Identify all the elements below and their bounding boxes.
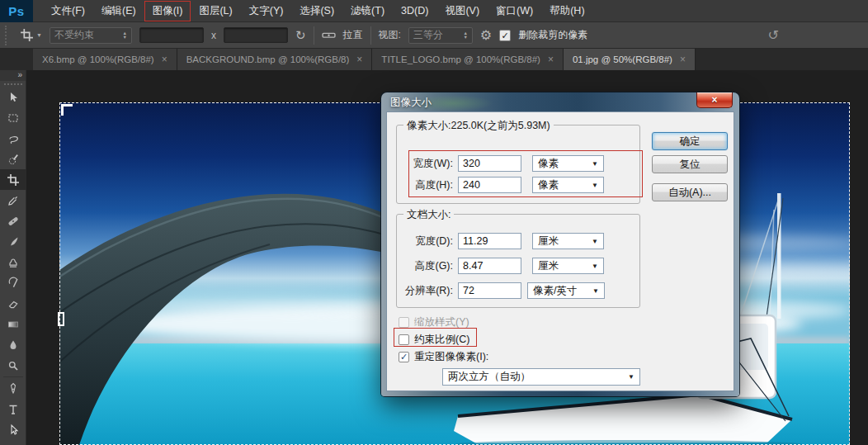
- menu-layer[interactable]: 图层(L): [191, 1, 240, 21]
- width-unit-select[interactable]: 像素▼: [532, 155, 604, 172]
- resample-method-select[interactable]: 两次立方（自动）▼: [442, 368, 640, 386]
- type-icon: [7, 403, 20, 416]
- eyedropper-tool[interactable]: [0, 190, 26, 211]
- tab-01-jpg[interactable]: 01.jpg @ 50%(RGB/8#) ×: [564, 49, 696, 70]
- menu-edit[interactable]: 编辑(E): [93, 1, 144, 21]
- resample-checkbox[interactable]: ✓: [399, 352, 409, 362]
- dialog-title: 图像大小: [390, 96, 432, 110]
- crop-dimension-separator: x: [211, 30, 216, 41]
- doc-width-input[interactable]: [458, 233, 521, 249]
- delete-cropped-pixels-checkbox[interactable]: ✓: [499, 30, 511, 41]
- options-bar: ▼ 不受约束 ▲▼ x ↻ 拉直 视图: 三等分 ▲▼ ⚙ ✓ 删除裁剪的像素 …: [0, 22, 868, 49]
- height-pixels-input[interactable]: [458, 177, 521, 193]
- crop-tool[interactable]: [0, 169, 26, 190]
- crop-corner-handle[interactable]: [61, 104, 73, 116]
- brush-icon: [7, 235, 20, 249]
- spot-healing-tool[interactable]: [0, 211, 26, 231]
- crop-tool-preset-button[interactable]: ▼: [20, 28, 42, 42]
- history-brush-icon: [7, 277, 20, 290]
- close-icon[interactable]: ×: [548, 54, 554, 65]
- gear-icon[interactable]: ⚙: [480, 29, 492, 42]
- tab-label: BACKGROUND.bmp @ 100%(RGB/8): [186, 54, 350, 64]
- eraser-tool[interactable]: [0, 293, 26, 314]
- crop-width-input[interactable]: [139, 27, 204, 43]
- scale-styles-checkbox[interactable]: [399, 317, 409, 328]
- history-brush-tool[interactable]: [0, 272, 26, 293]
- updown-caret-icon: ▲▼: [122, 31, 126, 40]
- close-icon[interactable]: ×: [680, 54, 686, 65]
- doc-height-row: 高度(G): 厘米▼: [400, 257, 648, 275]
- gradient-icon: [7, 318, 20, 331]
- water-drop-icon: [7, 338, 20, 352]
- pen-icon: [7, 382, 20, 395]
- panel-collapse-icon[interactable]: »: [0, 70, 26, 81]
- resolution-unit-select[interactable]: 像素/英寸▼: [527, 282, 605, 299]
- lasso-tool[interactable]: [0, 128, 26, 149]
- type-tool[interactable]: [0, 399, 26, 419]
- chevron-down-icon: ▼: [592, 182, 598, 189]
- divider: [3, 376, 23, 377]
- resolution-row: 分辨率(R): 像素/英寸▼: [395, 282, 651, 300]
- height-unit-select[interactable]: 像素▼: [532, 177, 604, 193]
- path-selection-tool[interactable]: [0, 419, 26, 440]
- resolution-input[interactable]: [458, 282, 521, 299]
- crop-ratio-select[interactable]: 不受约束 ▲▼: [50, 27, 132, 44]
- menu-file[interactable]: 文件(F): [43, 1, 93, 21]
- scale-styles-row: 缩放样式(Y): [399, 315, 469, 329]
- menu-3d[interactable]: 3D(D): [393, 2, 436, 20]
- close-icon[interactable]: ×: [162, 54, 167, 65]
- separator: [370, 26, 371, 45]
- doc-width-unit-select[interactable]: 厘米▼: [532, 233, 604, 249]
- menu-image[interactable]: 图像(I): [144, 1, 191, 21]
- delete-cropped-pixels-label: 删除裁剪的像素: [518, 28, 587, 42]
- straighten-button[interactable]: 拉直: [343, 28, 363, 42]
- reset-tool-icon[interactable]: ↺: [768, 27, 779, 43]
- doc-width-label: 宽度(D):: [400, 234, 453, 249]
- gradient-tool[interactable]: [0, 314, 26, 334]
- resample-row: ✓ 重定图像像素(I):: [399, 349, 488, 364]
- updown-caret-icon: ▲▼: [463, 31, 467, 40]
- overlay-view-select[interactable]: 三等分 ▲▼: [408, 27, 473, 44]
- ok-button[interactable]: 确定: [652, 132, 728, 150]
- menu-filter[interactable]: 滤镜(T): [342, 1, 393, 21]
- close-icon[interactable]: ×: [356, 54, 362, 65]
- width-pixels-input[interactable]: [458, 155, 521, 172]
- crop-height-input[interactable]: [224, 27, 288, 43]
- reset-button[interactable]: 复位: [652, 155, 728, 173]
- menu-bar: Ps 文件(F) 编辑(E) 图像(I) 图层(L) 文字(Y) 选择(S) 滤…: [0, 0, 868, 22]
- menu-view[interactable]: 视图(V): [436, 1, 488, 21]
- dodge-icon: [7, 359, 20, 372]
- menu-type[interactable]: 文字(Y): [241, 1, 292, 21]
- blur-tool[interactable]: [0, 334, 26, 355]
- auto-button[interactable]: 自动(A)...: [652, 183, 728, 201]
- clone-stamp-tool[interactable]: [0, 252, 26, 272]
- marquee-tool[interactable]: [0, 107, 26, 128]
- crop-icon: [7, 173, 20, 187]
- menu-select[interactable]: 选择(S): [291, 1, 342, 21]
- dialog-close-button[interactable]: ×: [696, 92, 733, 108]
- tab-x6[interactable]: X6.bmp @ 100%(RGB/8#) ×: [33, 49, 177, 70]
- quick-selection-tool[interactable]: [0, 149, 26, 169]
- chevron-down-icon: ▼: [592, 287, 599, 295]
- view-label: 视图:: [379, 28, 401, 42]
- dodge-tool[interactable]: [0, 355, 26, 376]
- constrain-proportions-checkbox[interactable]: [399, 334, 409, 345]
- doc-height-input[interactable]: [458, 258, 521, 274]
- menu-help[interactable]: 帮助(H): [541, 1, 592, 21]
- brush-tool[interactable]: [0, 231, 26, 252]
- pen-tool[interactable]: [0, 378, 26, 399]
- move-tool[interactable]: [0, 87, 26, 107]
- panel-grip: [4, 83, 22, 85]
- crop-left-handle[interactable]: [58, 312, 64, 326]
- menu-window[interactable]: 窗口(W): [488, 1, 541, 21]
- tab-background[interactable]: BACKGROUND.bmp @ 100%(RGB/8) ×: [177, 49, 373, 70]
- tab-title-logo[interactable]: TITLE_LOGO.bmp @ 100%(RGB/8#) ×: [372, 49, 564, 70]
- document-tab-bar: X6.bmp @ 100%(RGB/8#) × BACKGROUND.bmp @…: [0, 49, 868, 70]
- doc-width-row: 宽度(D): 厘米▼: [400, 232, 648, 250]
- tab-label: TITLE_LOGO.bmp @ 100%(RGB/8#): [381, 54, 540, 64]
- move-icon: [7, 91, 20, 104]
- rotate-crop-icon[interactable]: ↻: [295, 29, 306, 41]
- straighten-icon[interactable]: [322, 28, 336, 42]
- doc-height-unit-select[interactable]: 厘米▼: [532, 258, 604, 274]
- dialog-body: 像素大小:225.0K(之前为5.93M) 宽度(W): 像素▼ 高度(H): …: [386, 111, 734, 391]
